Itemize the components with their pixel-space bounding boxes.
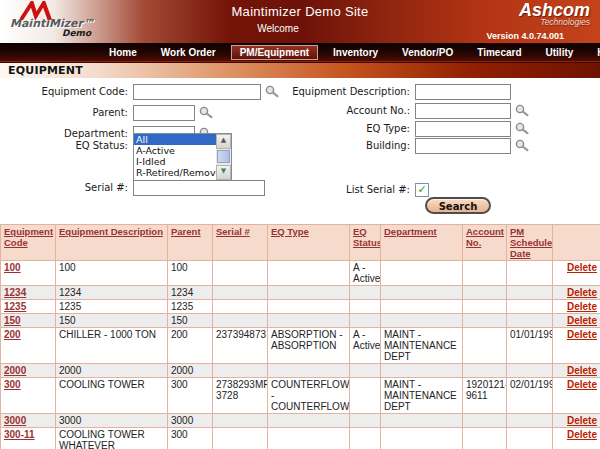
col-pm-scheduled-date[interactable]: PM Scheduled Date: [510, 226, 553, 259]
cell-serial: [213, 286, 268, 300]
eq-status-option[interactable]: All: [134, 134, 216, 145]
cell-delete: Delete: [553, 378, 600, 414]
eq-type-lookup-icon[interactable]: [515, 122, 529, 135]
cell-parent: 100: [168, 261, 213, 286]
equipment-code-link[interactable]: 100: [4, 262, 21, 273]
scroll-down-icon[interactable]: ▼: [216, 165, 231, 180]
col-equipment-code[interactable]: Equipment Code: [4, 226, 53, 248]
cell-account: [463, 286, 507, 300]
col-eq-type[interactable]: EQ Type: [271, 226, 309, 237]
nav-work-order[interactable]: Work Order: [152, 45, 225, 60]
eq-type-label: EQ Type:: [288, 123, 415, 134]
col-department[interactable]: Department: [384, 226, 437, 237]
col-parent[interactable]: Parent: [171, 226, 201, 237]
nav-help[interactable]: Help: [588, 45, 600, 60]
account-no-lookup-icon[interactable]: [515, 104, 529, 117]
equipment-code-link[interactable]: 300: [4, 379, 21, 390]
equipment-code-link[interactable]: 3000: [4, 415, 26, 426]
table-row: 300030003000Delete: [1, 414, 600, 428]
cell-description: COOLING TOWER: [56, 378, 168, 414]
equipment-code-link[interactable]: 150: [4, 315, 21, 326]
list-serial-checkbox[interactable]: ✓: [415, 183, 429, 197]
equipment-code-link[interactable]: 1234: [4, 287, 26, 298]
parent-input[interactable]: [133, 105, 195, 121]
eq-status-option[interactable]: A-Active: [134, 145, 216, 156]
nav-utility[interactable]: Utility: [537, 45, 583, 60]
version-text: Version 4.0.74.001: [486, 31, 564, 44]
building-lookup-icon[interactable]: [515, 139, 529, 152]
col-account-no[interactable]: Account No.: [466, 226, 504, 248]
nav-vendor-po[interactable]: Vendor/PO: [393, 45, 462, 60]
equipment-code-lookup-icon[interactable]: [265, 85, 279, 98]
equipment-code-link[interactable]: 2000: [4, 365, 26, 376]
nav-timecard[interactable]: Timecard: [468, 45, 530, 60]
eq-type-row: EQ Type:: [288, 120, 529, 137]
cell-pm_date: [507, 414, 553, 428]
delete-link[interactable]: Delete: [567, 301, 597, 312]
nav-inventory[interactable]: Inventory: [324, 45, 387, 60]
building-label: Building:: [288, 140, 415, 151]
delete-link[interactable]: Delete: [567, 415, 597, 426]
cell-eq_type: [268, 286, 350, 300]
cell-parent: 1235: [168, 300, 213, 314]
equipment-code-link[interactable]: 300-11: [4, 429, 35, 440]
scrollbar-thumb[interactable]: [217, 150, 230, 163]
col-equipment-description[interactable]: Equipment Description: [59, 226, 163, 237]
eq-status-listbox[interactable]: All A-Active I-Idled R-Retired/Removed ▲…: [133, 133, 232, 181]
cell-pm_date: [507, 286, 553, 300]
equipment-code-row: Equipment Code:: [0, 83, 279, 100]
cell-eq_status: A - Active: [350, 328, 381, 364]
cell-description: 1234: [56, 286, 168, 300]
eq-status-option[interactable]: R-Retired/Removed: [134, 167, 216, 178]
building-input[interactable]: [415, 138, 511, 154]
list-serial-row: List Serial #: ✓: [288, 181, 429, 198]
scroll-up-icon[interactable]: ▲: [216, 134, 231, 149]
cell-eq_status: [350, 300, 381, 314]
cell-eq_type: COUNTERFLOW - COUNTERFLOW: [268, 378, 350, 414]
cell-account: [463, 314, 507, 328]
cell-eq_status: [350, 378, 381, 414]
equipment-code-link[interactable]: 200: [4, 329, 21, 340]
equipment-description-row: Equipment Description:: [288, 83, 511, 100]
cell-department: MAINT - MAINTENANCE DEPT: [381, 328, 463, 364]
delete-link[interactable]: Delete: [567, 262, 597, 273]
cell-eq_type: [268, 300, 350, 314]
serial-input[interactable]: [133, 180, 265, 196]
cell-delete: Delete: [553, 328, 600, 364]
col-serial[interactable]: Serial #: [216, 226, 250, 237]
eq-status-option[interactable]: I-Idled: [134, 156, 216, 167]
account-no-input[interactable]: [415, 103, 511, 119]
eq-type-input[interactable]: [415, 121, 511, 137]
table-row: 200020002000Delete: [1, 364, 600, 378]
cell-parent: 300: [168, 378, 213, 414]
check-icon: ✓: [416, 184, 428, 196]
delete-link[interactable]: Delete: [567, 379, 597, 390]
cell-department: [381, 314, 463, 328]
parent-lookup-icon[interactable]: [199, 106, 213, 119]
nav-home[interactable]: Home: [100, 45, 146, 60]
cell-delete: Delete: [553, 261, 600, 286]
cell-eq_type: [268, 364, 350, 378]
parent-row: Parent:: [0, 104, 213, 121]
delete-link[interactable]: Delete: [567, 315, 597, 326]
cell-code: 1234: [1, 286, 56, 300]
search-button[interactable]: Search: [425, 197, 491, 214]
equipment-description-input[interactable]: [415, 84, 511, 100]
cell-serial: [213, 314, 268, 328]
welcome-text: Welcome: [0, 23, 556, 34]
delete-link[interactable]: Delete: [567, 365, 597, 376]
eq-status-scrollbar[interactable]: ▲ ▼: [216, 134, 231, 180]
delete-link[interactable]: Delete: [567, 329, 597, 340]
delete-link[interactable]: Delete: [567, 287, 597, 298]
equipment-table: Equipment Code Equipment Description Par…: [0, 224, 600, 449]
cell-delete: Delete: [553, 364, 600, 378]
cell-code: 1235: [1, 300, 56, 314]
list-serial-label: List Serial #:: [288, 184, 415, 195]
equipment-code-link[interactable]: 1235: [4, 301, 26, 312]
cell-delete: Delete: [553, 414, 600, 428]
nav-pm-equipment[interactable]: PM/Equipment: [231, 45, 318, 60]
delete-link[interactable]: Delete: [567, 429, 597, 440]
equipment-code-input[interactable]: [133, 84, 261, 100]
col-eq-status[interactable]: EQ Status: [353, 226, 381, 248]
cell-serial: [213, 261, 268, 286]
